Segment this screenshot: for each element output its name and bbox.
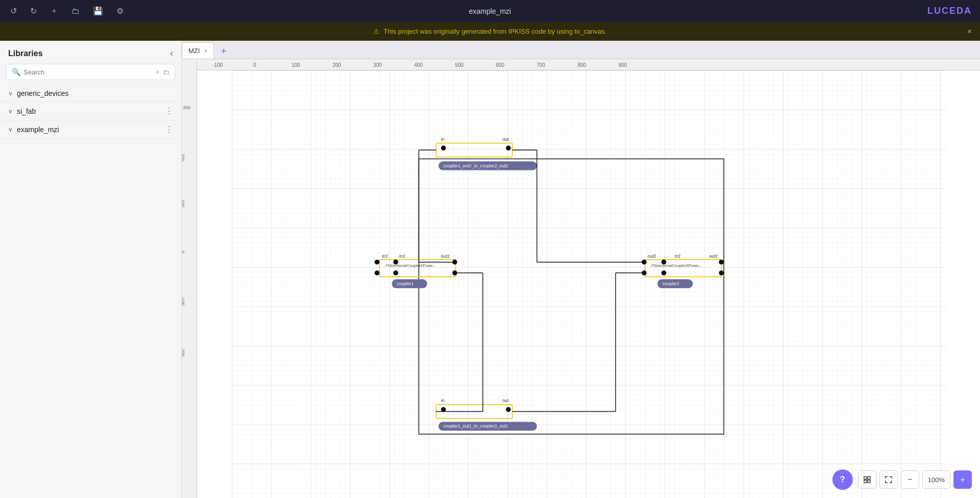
svg-text:↗DirectionalCouplerSPowe...: ↗DirectionalCouplerSPowe... <box>385 263 436 268</box>
svg-point-32 <box>375 260 380 265</box>
svg-point-49 <box>719 260 724 265</box>
add-tab-button[interactable]: ＋ <box>214 42 233 59</box>
svg-text:-100: -100 <box>182 296 185 306</box>
search-icon: 🔍 <box>12 68 20 76</box>
main-layout: Libraries ‹ 🔍 ＋ 🗀 ∨ generic_devices ∨ si… <box>0 41 980 498</box>
tab-mzi[interactable]: MZI × <box>182 42 214 59</box>
warning-close-button[interactable]: × <box>967 27 972 36</box>
zoom-out-button[interactable]: − <box>901 470 919 489</box>
search-input[interactable] <box>23 68 151 76</box>
svg-text:out2: out2 <box>709 254 718 259</box>
svg-text:coupler1_out1_to_coupler2_out1: coupler1_out1_to_coupler2_out1 <box>443 424 508 429</box>
folder-icon[interactable]: 🗀 <box>163 68 170 76</box>
svg-text:in2: in2 <box>675 254 681 259</box>
svg-point-50 <box>719 270 724 276</box>
folder-button[interactable]: 🗀 <box>69 5 82 18</box>
svg-point-35 <box>393 270 398 276</box>
chevron-icon: ∨ <box>8 90 13 97</box>
svg-text:coupler2: coupler2 <box>662 281 679 286</box>
svg-rect-74 <box>864 480 867 483</box>
svg-text:200: 200 <box>182 154 185 161</box>
library-name: si_fab <box>17 107 161 115</box>
ruler-vertical: 300 200 100 0 -100 -200 <box>182 59 197 498</box>
svg-text:coupler1: coupler1 <box>397 281 414 286</box>
project-title: example_mzi <box>469 7 511 15</box>
svg-text:out2: out2 <box>441 254 450 259</box>
library-name: generic_devices <box>17 89 173 97</box>
svg-text:0: 0 <box>182 251 185 253</box>
more-options-button[interactable]: ⋮ <box>165 106 173 116</box>
sidebar-collapse-button[interactable]: ‹ <box>170 48 173 59</box>
library-item-generic-devices[interactable]: ∨ generic_devices <box>0 85 181 102</box>
warning-banner: ⚠ This project was originally generated … <box>0 22 980 41</box>
svg-text:900: 900 <box>618 62 627 68</box>
svg-text:out2: out2 <box>648 254 656 259</box>
tab-close-button[interactable]: × <box>204 47 207 55</box>
svg-text:-100: -100 <box>212 62 223 68</box>
redo-button[interactable]: ↻ <box>28 4 39 18</box>
svg-text:700: 700 <box>537 62 545 68</box>
svg-text:100: 100 <box>182 200 185 207</box>
add-icon[interactable]: ＋ <box>154 67 161 77</box>
fit-screen-button[interactable] <box>858 470 876 489</box>
svg-text:-200: -200 <box>182 347 185 357</box>
zoom-percent: 100% <box>922 470 950 489</box>
svg-text:out: out <box>503 137 509 142</box>
svg-text:200: 200 <box>332 62 341 68</box>
library-item-si-fab[interactable]: ∨ si_fab ⋮ <box>0 102 181 120</box>
save-button[interactable]: 💾 <box>91 4 105 18</box>
diagram-svg[interactable]: in out coupler1_out2_to_coupler2_out2 in… <box>197 70 980 498</box>
undo-button[interactable]: ↺ <box>8 4 19 18</box>
grid-canvas[interactable]: -100 0 100 200 300 400 500 600 700 800 9… <box>182 59 980 498</box>
canvas-area: MZI × ＋ -100 0 100 200 300 400 500 600 7… <box>182 41 980 498</box>
tab-label: MZI <box>188 47 200 55</box>
svg-text:800: 800 <box>578 62 586 68</box>
svg-point-23 <box>441 145 446 151</box>
svg-text:100: 100 <box>292 62 300 68</box>
chevron-icon: ∨ <box>8 126 13 133</box>
svg-text:in2: in2 <box>399 254 405 259</box>
top-bar: ↺ ↻ ＋ 🗀 💾 ⚙ example_mzi LUCEDA <box>0 0 980 22</box>
search-box[interactable]: 🔍 ＋ 🗀 <box>6 64 175 80</box>
svg-text:↗DirectionalCouplerSPowe...: ↗DirectionalCouplerSPowe... <box>650 263 702 268</box>
svg-point-34 <box>393 260 398 265</box>
svg-point-57 <box>506 407 511 412</box>
svg-point-33 <box>375 270 380 276</box>
library-item-example-mzi[interactable]: ∨ example_mzi ⋮ <box>0 120 181 139</box>
svg-text:in: in <box>441 137 445 142</box>
svg-point-48 <box>661 270 666 276</box>
svg-point-24 <box>506 145 511 151</box>
svg-text:300: 300 <box>373 62 382 68</box>
tabs-bar: MZI × ＋ <box>182 41 980 59</box>
library-name: example_mzi <box>17 126 161 134</box>
svg-text:out: out <box>503 398 509 403</box>
bottom-controls: ? − 100% ＋ <box>832 469 972 490</box>
sidebar: Libraries ‹ 🔍 ＋ 🗀 ∨ generic_devices ∨ si… <box>0 41 182 498</box>
zoom-in-button[interactable]: ＋ <box>953 470 972 489</box>
sidebar-title: Libraries <box>8 49 43 58</box>
svg-text:in2: in2 <box>382 254 388 259</box>
fit-selection-button[interactable] <box>879 470 898 489</box>
sidebar-header: Libraries ‹ <box>0 41 181 64</box>
logo: LUCEDA <box>927 6 972 16</box>
svg-rect-72 <box>864 477 867 479</box>
svg-text:500: 500 <box>455 62 464 68</box>
svg-text:300: 300 <box>183 105 190 110</box>
svg-rect-73 <box>868 480 870 483</box>
add-button[interactable]: ＋ <box>48 4 60 18</box>
ruler-horizontal: -100 0 100 200 300 400 500 600 700 800 9… <box>197 59 980 70</box>
svg-text:600: 600 <box>496 62 505 68</box>
help-button[interactable]: ? <box>832 469 853 490</box>
svg-text:0: 0 <box>253 62 256 68</box>
chevron-icon: ∨ <box>8 108 13 115</box>
warning-icon: ⚠ <box>373 28 379 35</box>
svg-rect-75 <box>868 477 870 479</box>
svg-text:in: in <box>441 398 445 403</box>
search-actions: ＋ 🗀 <box>154 67 170 77</box>
warning-text: This project was originally generated fr… <box>384 28 606 35</box>
svg-text:coupler1_out2_to_coupler2_out2: coupler1_out2_to_coupler2_out2 <box>443 163 508 168</box>
svg-point-47 <box>661 260 666 265</box>
more-options-button[interactable]: ⋮ <box>165 124 173 134</box>
svg-text:400: 400 <box>414 62 423 68</box>
settings-button[interactable]: ⚙ <box>114 4 126 18</box>
